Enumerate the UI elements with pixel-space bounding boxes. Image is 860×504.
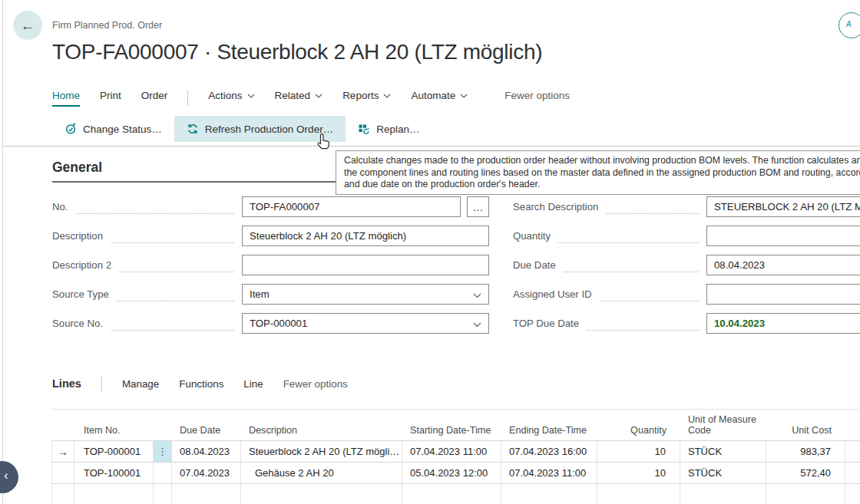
- replan-label: Replan…: [376, 124, 419, 135]
- due-date-input[interactable]: 08.04.2023: [706, 255, 860, 275]
- source-no-label: Source No.: [52, 318, 103, 329]
- table-row[interactable]: TOP-100001 07.04.2023 Gehäuse 2 AH 20 05…: [51, 463, 860, 484]
- dotted-leader: [564, 259, 699, 272]
- tooltip-line: and due date on the production order's h…: [344, 179, 860, 191]
- dotted-leader: [111, 229, 234, 243]
- quantity-cell: [597, 484, 680, 504]
- page-caption: Firm Planned Prod. Order: [52, 20, 162, 31]
- quantity-cell[interactable]: 10: [597, 441, 680, 462]
- dotted-leader: [111, 317, 234, 331]
- item-no-cell[interactable]: TOP-100001: [74, 463, 154, 483]
- lines-functions-button[interactable]: Functions: [179, 378, 223, 390]
- item-no-column-header[interactable]: Item No.: [74, 425, 154, 440]
- ending-datetime-cell[interactable]: 07.04.2023 16:00: [501, 441, 597, 462]
- firm-planned-prod-order-page: ← Firm Planned Prod. Order TOP-FA000007 …: [0, 0, 860, 504]
- no-label: No.: [52, 201, 68, 212]
- unit-of-measure-cell[interactable]: STÜCK: [680, 441, 766, 462]
- chevron-left-icon: ‹: [4, 468, 8, 483]
- quantity-input[interactable]: [706, 226, 860, 246]
- description-cell[interactable]: Gehäuse 2 AH 20: [241, 463, 402, 483]
- field-description: Description Steuerblock 2 AH 20 (LTZ mög…: [52, 226, 489, 246]
- top-due-date-input[interactable]: 10.04.2023: [706, 313, 860, 334]
- source-type-select[interactable]: Item: [242, 284, 489, 305]
- tooltip-line: the component lines and routing lines ba…: [344, 167, 860, 180]
- back-arrow-icon: ←: [21, 18, 35, 33]
- page-left-border: [2, 0, 3, 504]
- tab-reports[interactable]: Reports: [342, 90, 391, 107]
- table-row-empty[interactable]: [51, 484, 860, 504]
- no-input[interactable]: TOP-FA000007: [242, 196, 461, 217]
- row-menu-cell: [154, 463, 172, 483]
- back-button[interactable]: ←: [13, 11, 42, 40]
- search-description-input[interactable]: STEUERBLOCK 2 AH 20 (LTZ MÖGLICH): [706, 196, 860, 217]
- lines-line-button[interactable]: Line: [243, 378, 263, 390]
- extra-cell: [845, 441, 860, 462]
- refresh-tooltip: Calculate changes made to the production…: [336, 150, 860, 195]
- chevron-down-icon: [473, 293, 481, 298]
- description-2-input[interactable]: [242, 255, 489, 275]
- search-description-label: Search Description: [513, 201, 598, 212]
- source-no-value: TOP-000001: [250, 318, 307, 329]
- tab-print[interactable]: Print: [100, 90, 121, 107]
- replan-button[interactable]: Replan…: [346, 116, 432, 142]
- starting-datetime-column-header[interactable]: Starting Date-Time: [402, 425, 501, 440]
- quantity-column-header[interactable]: Quantity: [597, 425, 680, 440]
- general-section-heading[interactable]: General: [52, 160, 102, 176]
- due-date-cell[interactable]: 07.04.2023: [172, 463, 241, 483]
- lines-manage-button[interactable]: Manage: [122, 378, 159, 390]
- ending-datetime-cell: [501, 484, 597, 504]
- source-type-label: Source Type: [52, 288, 109, 300]
- chevron-down-icon: [473, 322, 481, 328]
- starting-datetime-cell[interactable]: 07.04.2023 11:00: [402, 441, 501, 462]
- dotted-leader: [76, 200, 234, 214]
- unit-cost-cell[interactable]: 983,37: [766, 441, 845, 462]
- tab-order[interactable]: Order: [141, 90, 168, 107]
- tooltip-line: Calculate changes made to the production…: [344, 155, 860, 167]
- unit-cost-cell[interactable]: 572,40: [766, 463, 845, 483]
- dotted-leader: [606, 200, 699, 214]
- chevron-down-icon: [460, 94, 468, 98]
- description-column-header[interactable]: Description: [241, 425, 402, 440]
- quantity-cell[interactable]: 10: [597, 463, 680, 483]
- lines-toolbar-divider: [101, 377, 102, 391]
- selection-cell: [51, 484, 74, 504]
- tab-actions-label: Actions: [208, 90, 242, 101]
- description-cell[interactable]: Steuerblock 2 AH 20 (LTZ möglich): [241, 441, 402, 462]
- quantity-label: Quantity: [513, 230, 551, 242]
- extra-cell: [845, 463, 860, 483]
- source-no-select[interactable]: TOP-000001: [242, 313, 489, 334]
- lines-fewer-options-button[interactable]: Fewer options: [283, 378, 348, 390]
- item-no-cell[interactable]: TOP-000001: [74, 441, 154, 462]
- starting-datetime-cell[interactable]: 05.04.2023 12:00: [402, 463, 501, 483]
- tab-automate[interactable]: Automate: [411, 90, 468, 107]
- no-assist-button[interactable]: …: [467, 196, 489, 217]
- due-date-cell: [172, 484, 241, 504]
- row-menu-button[interactable]: ⋮: [154, 441, 172, 462]
- fewer-options-button[interactable]: Fewer options: [504, 90, 570, 107]
- unit-of-measure-cell[interactable]: STÜCK: [680, 463, 766, 483]
- unit-of-measure-column-header[interactable]: Unit of Measure Code: [680, 414, 766, 440]
- field-source-no: Source No. TOP-000001: [52, 313, 489, 334]
- item-no-cell: [74, 484, 154, 504]
- field-description-2: Description 2: [52, 255, 489, 275]
- field-search-description: Search Description STEUERBLOCK 2 AH 20 (…: [513, 196, 860, 217]
- due-date-column-header[interactable]: Due Date: [172, 425, 241, 440]
- tab-automate-label: Automate: [411, 90, 455, 101]
- assigned-user-id-input[interactable]: [706, 284, 860, 305]
- row-menu-column-header: [154, 436, 172, 440]
- lines-toolbar: Lines Manage Functions Line Fewer option…: [52, 375, 348, 392]
- due-date-cell[interactable]: 08.04.2023: [172, 441, 241, 462]
- unit-of-measure-cell: [680, 484, 766, 504]
- tab-related[interactable]: Related: [275, 90, 323, 107]
- avatar-circle[interactable]: A: [838, 12, 860, 38]
- ending-datetime-cell[interactable]: 07.04.2023 11:00: [501, 463, 597, 483]
- change-status-button[interactable]: Change Status…: [52, 116, 174, 142]
- tab-home[interactable]: Home: [52, 90, 80, 107]
- table-row[interactable]: → TOP-000001 ⋮ 08.04.2023 Steuerblock 2 …: [51, 441, 860, 463]
- tab-actions[interactable]: Actions: [208, 90, 254, 107]
- ending-datetime-column-header[interactable]: Ending Date-Time: [501, 425, 597, 440]
- collapse-nav-button[interactable]: ‹: [0, 461, 18, 493]
- menu-bar: Home Print Order Actions Related Reports…: [52, 90, 570, 110]
- description-input[interactable]: Steuerblock 2 AH 20 (LTZ möglich): [242, 226, 489, 246]
- unit-cost-column-header[interactable]: Unit Cost: [766, 425, 845, 440]
